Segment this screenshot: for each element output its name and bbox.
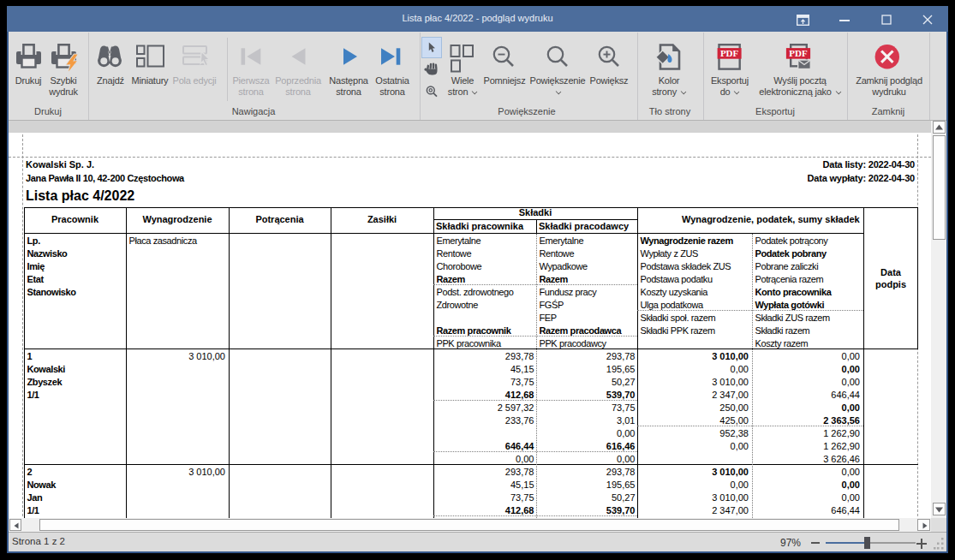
svg-text:PDF: PDF — [789, 48, 808, 58]
svg-text:PDF: PDF — [720, 48, 739, 58]
